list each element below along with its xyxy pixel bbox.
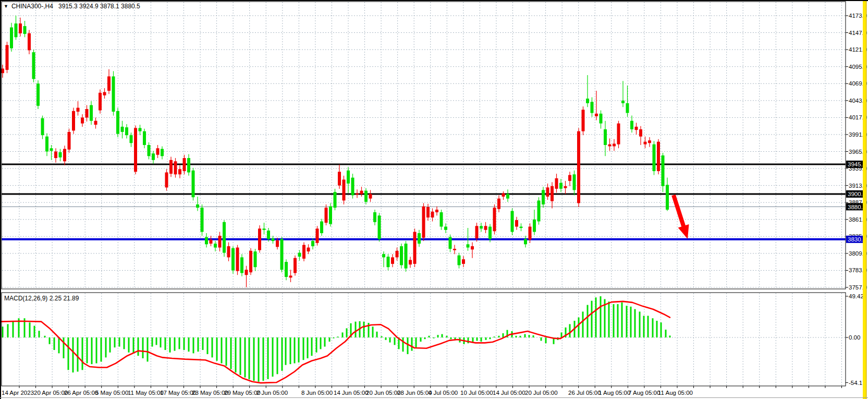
time-axis-label: 20 Apr 05:00 (34, 390, 68, 396)
candle (586, 99, 589, 103)
candle (475, 226, 479, 238)
candle (41, 118, 44, 136)
candle (418, 233, 421, 244)
candle (72, 111, 75, 131)
candle (294, 258, 297, 273)
window-edge-highlight-shadow (866, 0, 867, 399)
time-axis-label: 20 Jul 05:00 (525, 390, 558, 396)
candle (139, 128, 142, 131)
candle (595, 114, 598, 116)
candle (493, 208, 496, 231)
candle (210, 240, 213, 244)
candle (382, 254, 385, 257)
time-axis-label: 29 May 05:00 (224, 390, 261, 396)
candle (546, 187, 549, 197)
candle (613, 143, 616, 146)
candle (662, 155, 665, 186)
candle (320, 222, 323, 234)
time-axis-label: 14 Jun 05:00 (334, 390, 369, 396)
candle (520, 227, 523, 228)
candle (444, 227, 447, 230)
candle (267, 231, 270, 239)
candle (343, 179, 346, 200)
candle (223, 222, 226, 253)
candle (347, 171, 350, 184)
candle (608, 144, 612, 147)
candle (604, 129, 607, 145)
time-axis-label: 20 Jun 05:00 (366, 390, 401, 396)
candle (364, 191, 368, 202)
candle (506, 194, 509, 199)
candle (298, 253, 301, 257)
candle (600, 114, 603, 124)
symbol-label: CHINA300-,H4 (11, 3, 53, 10)
candle (497, 199, 500, 209)
candle (356, 194, 359, 195)
candle (94, 121, 97, 125)
chart-canvas[interactable]: 4173.04147.04121.04095.04069.04043.04017… (0, 0, 868, 399)
candle (621, 101, 625, 103)
candle (568, 175, 571, 181)
candle (125, 127, 128, 135)
time-axis-label: 8 Jun 05:00 (301, 390, 333, 396)
candle (639, 129, 642, 137)
candle (484, 226, 487, 230)
sell-arrow[interactable] (671, 195, 689, 239)
chart-window: 4173.04147.04121.04095.04069.04043.04017… (0, 0, 868, 399)
candle (458, 256, 461, 265)
candle (249, 251, 252, 272)
time-axis-label: 11 Aug 05:00 (658, 390, 693, 396)
candle (152, 153, 155, 160)
candle (582, 110, 585, 131)
candle (45, 137, 48, 152)
time-axis[interactable]: 14 Apr 202320 Apr 05:0026 Apr 05:005 May… (2, 386, 842, 396)
candle (201, 208, 204, 232)
candle (329, 207, 332, 224)
time-axis-label: 11 May 05:00 (128, 390, 164, 396)
window-left-edge (0, 0, 1, 399)
candle (103, 92, 106, 95)
candle (564, 186, 567, 188)
candle (161, 149, 164, 156)
candle (573, 174, 576, 190)
time-axis-label: 2 Jun 05:00 (256, 390, 288, 396)
candle (289, 275, 292, 277)
macd-axis[interactable]: 49.420.00-54.17 (846, 293, 866, 386)
time-axis-label: 17 May 05:00 (160, 390, 197, 396)
time-axis-label: 10 Jul 05:00 (460, 390, 493, 396)
candle (405, 244, 408, 269)
candle (214, 244, 217, 248)
candle (511, 211, 514, 232)
candle (192, 171, 195, 197)
candle (480, 226, 483, 228)
candle (591, 102, 594, 113)
ohlc-readout: 3915.3 3924.9 3878.1 3880.5 (58, 3, 140, 10)
time-axis-label: 4 Jul 05:00 (429, 390, 458, 396)
candle (112, 76, 115, 112)
candle (28, 33, 31, 51)
candle (23, 26, 27, 34)
candle (54, 152, 57, 159)
candle (227, 246, 230, 257)
candle (178, 169, 181, 174)
candle (68, 132, 71, 150)
candle (307, 248, 310, 252)
candle (116, 111, 119, 134)
candle (254, 251, 257, 267)
candle (325, 208, 328, 223)
candle (440, 212, 443, 227)
time-axis-label: 7 Aug 05:00 (628, 390, 660, 396)
candle (6, 45, 9, 70)
candle (453, 249, 456, 250)
candle (577, 131, 580, 203)
candle (617, 124, 620, 144)
candle (19, 23, 22, 33)
candle (258, 228, 261, 250)
candle (280, 239, 284, 270)
window-bottom-edge (0, 397, 868, 398)
candle (77, 108, 80, 112)
symbol-dropdown-icon[interactable]: ▼ (4, 4, 8, 9)
candle (169, 160, 173, 174)
candle (396, 251, 399, 258)
candle (187, 158, 190, 173)
